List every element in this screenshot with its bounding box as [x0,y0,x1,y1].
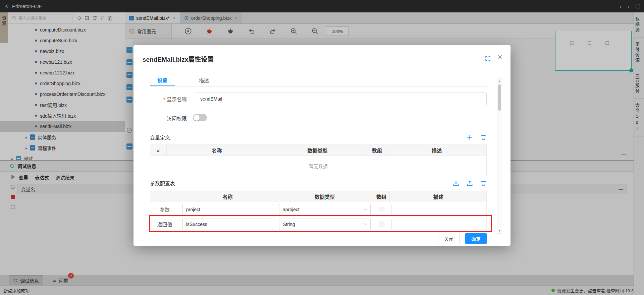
param-type-select[interactable]: String [279,219,371,230]
col-header-array: 数组 [368,145,386,156]
param-description-input[interactable] [391,219,485,230]
param-name-input[interactable] [182,219,273,230]
param-row-return: 返回值 String [150,217,487,232]
param-description-input[interactable] [391,204,485,215]
variables-table: # 名称 数据类型 数组 描述 暂无数据 [150,144,487,176]
dialog-scrollbar[interactable] [497,78,502,234]
display-name-label: 显示名称 [133,96,187,103]
col-header-datatype: 数据类型 [267,145,368,156]
export-params-icon[interactable] [467,180,473,186]
variables-table-header: # 名称 数据类型 数组 描述 [150,144,487,156]
access-permission-toggle[interactable] [193,114,207,121]
param-row-input: 参数 aproject [150,202,487,217]
display-name-input[interactable] [196,93,487,105]
delete-variable-icon[interactable] [480,134,487,140]
variables-empty-state: 暂无数据 [150,156,487,176]
col-header-index: # [150,145,167,156]
close-button[interactable]: 关闭 [438,233,460,244]
params-section-header: 参数配置表: [150,179,487,187]
param-name-input[interactable] [182,204,273,215]
param-array-checkbox[interactable] [379,222,384,227]
param-type-select[interactable]: aproject [279,204,371,215]
param-type-value: aproject [283,207,300,212]
param-kind-label: 参数 [150,206,179,213]
variables-section-title: 变量定义: [150,134,171,141]
col-header-kind [150,191,179,202]
access-permission-label: 访问权限 [133,115,187,122]
add-variable-icon[interactable] [467,134,473,140]
dialog-tabs: 设置 描述 [150,74,487,86]
params-table-header: 名称 数据类型 数组 描述 [150,191,487,202]
param-array-checkbox[interactable] [379,207,384,212]
col-header-datatype: 数据类型 [276,191,373,202]
params-table: 名称 数据类型 数组 描述 参数 aproject 返回值 String [150,191,487,232]
close-icon[interactable] [498,53,502,61]
col-header-description: 描述 [386,145,487,156]
maximize-icon[interactable] [485,56,491,61]
scroll-up-icon[interactable] [497,79,502,83]
scroll-down-icon[interactable] [497,228,502,233]
confirm-button[interactable]: 确定 [465,233,487,244]
dialog-tab-description[interactable]: 描述 [192,74,216,86]
scrollbar-thumb[interactable] [498,84,501,111]
params-section-title: 参数配置表: [150,180,176,187]
col-header-name: 名称 [179,191,276,202]
chevron-down-icon [364,208,368,211]
dialog-footer: 关闭 确定 [438,233,487,244]
delete-param-icon[interactable] [480,180,487,186]
variables-section-header: 变量定义: [150,133,487,141]
col-header-array: 数组 [373,191,390,202]
col-header-description: 描述 [390,191,487,202]
dialog-title: sendEMail.bizx属性设置 [143,54,214,63]
chevron-down-icon [364,223,368,226]
col-header-name: 名称 [167,145,267,156]
dialog-tab-settings[interactable]: 设置 [150,74,175,86]
import-params-icon[interactable] [453,180,459,186]
param-kind-label: 返回值 [150,221,179,228]
property-dialog: sendEMail.bizx属性设置 设置 描述 显示名称 访问权限 变量定义:… [133,45,511,246]
param-type-value: String [283,222,295,227]
